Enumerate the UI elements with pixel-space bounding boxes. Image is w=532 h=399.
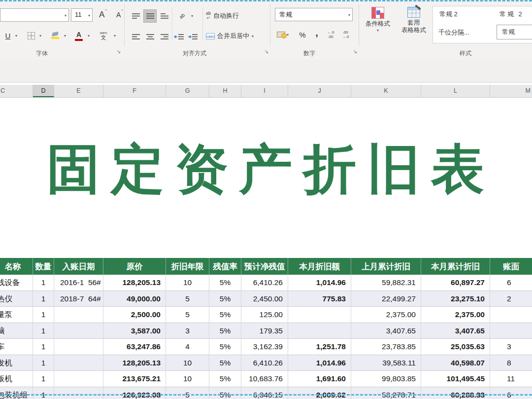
table-header-cell[interactable]: 账面 [490, 258, 532, 275]
chevron-down-icon[interactable]: ▾ [114, 34, 116, 38]
decrease-font-size-button[interactable]: Aˇ [112, 8, 127, 22]
align-left-button[interactable] [129, 30, 142, 43]
merge-center-button[interactable]: ↔ 合并后居中 ▾ [206, 29, 267, 43]
table-cell[interactable]: 1 [33, 339, 54, 355]
align-bottom-button[interactable] [158, 9, 171, 23]
table-cell[interactable]: 3,587.00 [103, 323, 166, 339]
table-cell[interactable]: 60,897.27 [421, 275, 490, 291]
borders-button[interactable] [25, 29, 37, 42]
table-cell[interactable]: 6 [490, 387, 532, 399]
table-cell[interactable]: 1,014.96 [288, 275, 351, 291]
table-cell[interactable]: 128,205.13 [103, 355, 166, 371]
table-cell[interactable]: 179.35 [241, 323, 288, 339]
font-size-combo[interactable]: 11 ▾ [71, 8, 93, 22]
table-cell[interactable]: 22,499.27 [351, 291, 421, 307]
column-letter-M[interactable]: M [490, 85, 532, 97]
table-cell[interactable]: 1 [33, 355, 54, 371]
table-cell[interactable]: 10 [166, 275, 209, 291]
table-cell[interactable]: 2,009.62 [288, 387, 351, 399]
format-as-table-button[interactable]: 套用 表格格式 [397, 5, 431, 46]
column-letter-I[interactable]: I [241, 85, 288, 97]
table-header-cell[interactable]: 上月累计折旧 [351, 258, 421, 275]
table-cell[interactable] [490, 307, 532, 323]
table-cell[interactable]: 59,882.31 [351, 275, 421, 291]
table-cell[interactable]: 1 [33, 275, 54, 291]
decrease-indent-button[interactable] [173, 30, 185, 43]
column-letter-L[interactable]: L [421, 85, 490, 97]
table-cell[interactable]: 5% [209, 307, 241, 323]
table-cell[interactable]: 5 [166, 307, 209, 323]
table-cell[interactable]: 6,346.15 [241, 387, 288, 399]
table-cell[interactable]: 2,375.00 [351, 307, 421, 323]
table-cell[interactable]: 60,288.33 [421, 387, 490, 399]
table-cell[interactable] [54, 387, 103, 399]
decrease-decimal-button[interactable]: .00 →.0 [339, 28, 352, 41]
table-cell[interactable]: 线设备 [0, 275, 33, 291]
table-cell[interactable]: 1,251.78 [288, 339, 351, 355]
table-cell[interactable]: 5% [209, 339, 241, 355]
table-header-cell[interactable]: 本月折旧额 [288, 258, 351, 275]
table-cell[interactable] [490, 323, 532, 339]
table-cell[interactable] [54, 323, 103, 339]
table-cell[interactable]: 热仪 [0, 291, 33, 307]
table-cell[interactable]: 49,000.00 [103, 291, 166, 307]
table-cell[interactable]: 126,923.08 [103, 387, 166, 399]
table-cell[interactable]: 1 [33, 307, 54, 323]
table-cell[interactable]: 1,691.60 [288, 371, 351, 387]
number-dialog-launcher[interactable]: ↘ [353, 48, 357, 55]
table-cell[interactable]: 213,675.21 [103, 371, 166, 387]
table-cell[interactable]: 775.83 [288, 291, 351, 307]
sheet-title-cell[interactable]: 固定资产折旧表 [0, 140, 532, 199]
column-letter-F[interactable]: F [103, 85, 166, 97]
column-letter-J[interactable]: J [288, 85, 351, 97]
table-cell[interactable]: 10,683.76 [241, 371, 288, 387]
table-cell[interactable]: 发机 [0, 355, 33, 371]
table-cell[interactable]: 6,410.26 [241, 275, 288, 291]
table-cell[interactable]: 1,014.96 [288, 355, 351, 371]
cell-style-item[interactable]: 常规 2 [439, 10, 458, 19]
column-letter-D[interactable]: D [33, 85, 54, 97]
table-header-cell[interactable]: 名称 [0, 258, 33, 275]
increase-decimal-button[interactable]: ←.0 .00 [324, 28, 337, 41]
table-cell[interactable]: 2 [490, 291, 532, 307]
table-cell[interactable]: 车 [0, 339, 33, 355]
table-cell[interactable]: 6 [490, 275, 532, 291]
percent-style-button[interactable]: % [296, 28, 309, 41]
increase-indent-button[interactable] [187, 30, 199, 43]
fill-color-button[interactable] [48, 29, 62, 42]
table-cell[interactable]: 39,583.11 [351, 355, 421, 371]
phonetic-guide-button[interactable]: wén 文 [96, 28, 111, 43]
table-cell[interactable]: 23,783.85 [351, 339, 421, 355]
table-cell[interactable]: 40,598.07 [421, 355, 490, 371]
chevron-down-icon[interactable]: ▾ [191, 14, 193, 18]
table-cell[interactable]: 25,035.63 [421, 339, 490, 355]
table-cell[interactable]: 58,278.71 [351, 387, 421, 399]
table-cell[interactable]: 99,803.85 [351, 371, 421, 387]
cell-style-item[interactable]: 千位分隔... [438, 28, 469, 37]
font-dialog-launcher[interactable]: ↘ [116, 48, 121, 55]
table-cell[interactable] [288, 307, 351, 323]
table-cell[interactable]: 3 [166, 323, 209, 339]
table-cell[interactable]: 3 [490, 339, 532, 355]
number-format-combo[interactable]: 常规 ▾ [275, 8, 353, 21]
table-cell[interactable] [54, 307, 103, 323]
table-cell[interactable]: 128,205.13 [103, 275, 166, 291]
table-cell[interactable]: 11 [490, 371, 532, 387]
table-cell[interactable]: 6,410.26 [241, 355, 288, 371]
table-cell[interactable]: 脑 [0, 323, 33, 339]
alignment-dialog-launcher[interactable]: ↘ [264, 48, 268, 55]
table-cell[interactable]: 4 [166, 339, 209, 355]
chevron-down-icon[interactable]: ▾ [15, 34, 17, 38]
table-cell[interactable]: 1 [33, 323, 54, 339]
table-header-cell[interactable]: 数量 [33, 258, 54, 275]
table-cell[interactable]: 63,247.86 [103, 339, 166, 355]
cell-style-item[interactable]: 常规 2 [499, 10, 524, 19]
conditional-formatting-button[interactable]: 条件格式 ▾ [363, 5, 393, 46]
table-header-cell[interactable]: 残值率 [209, 258, 241, 275]
table-cell[interactable] [288, 323, 351, 339]
align-middle-button[interactable] [143, 9, 157, 23]
table-cell[interactable]: 5% [209, 371, 241, 387]
table-cell[interactable]: 5% [209, 387, 241, 399]
table-cell[interactable]: 5% [209, 355, 241, 371]
table-header-cell[interactable]: 入账日期 [54, 258, 103, 275]
